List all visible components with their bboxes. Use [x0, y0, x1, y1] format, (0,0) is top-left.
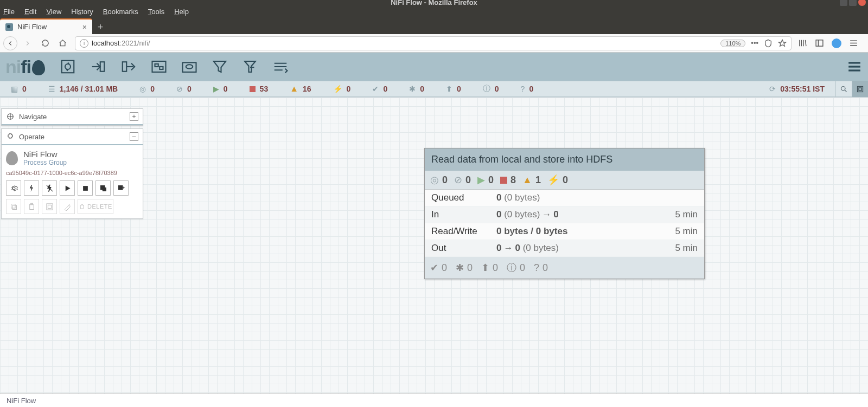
funnel-tool[interactable]: [208, 56, 232, 77]
status-invalid: ▲16: [279, 84, 322, 94]
url-path: /nifi/: [137, 39, 150, 47]
firefox-menu-icon[interactable]: [849, 38, 858, 48]
breadcrumb-root[interactable]: NiFi Flow: [7, 397, 36, 405]
threads-icon: ▦: [11, 85, 18, 93]
menu-edit[interactable]: Edit: [24, 8, 36, 16]
svg-rect-24: [48, 205, 51, 208]
maximize-icon[interactable]: [849, 0, 857, 6]
reload-button[interactable]: [38, 36, 52, 50]
window-titlebar: NiFi Flow - Mozilla Firefox: [0, 0, 868, 4]
svg-rect-7: [159, 67, 163, 69]
warning-icon: ▲: [290, 84, 298, 94]
row-queued: Queued 0 (0 bytes): [425, 190, 704, 206]
row-in: In 0 (0 bytes)→0 5 min: [425, 206, 704, 223]
operate-component-id: ca95049c-0177-1000-ec6c-a99e78f70389: [6, 170, 138, 176]
minimize-icon[interactable]: [840, 0, 847, 6]
process-group-icon: [6, 151, 18, 165]
process-group-title: Read data from local and store into HDFS: [425, 148, 704, 171]
status-stopped: 53: [239, 85, 279, 93]
new-tab-button[interactable]: +: [92, 20, 108, 34]
breadcrumb-bar: NiFi Flow: [0, 393, 868, 407]
label-tool[interactable]: [269, 56, 292, 77]
sidebar-icon[interactable]: [815, 38, 824, 48]
operate-panel: Operate – NiFi Flow Process Group ca9504…: [1, 128, 143, 219]
page-actions-icon[interactable]: •••: [751, 39, 758, 47]
status-uptodate: ✔0: [361, 85, 398, 93]
zoom-level[interactable]: 110%: [720, 40, 745, 47]
info-icon: ⓘ: [483, 84, 490, 94]
process-group-tool[interactable]: [147, 56, 171, 77]
close-window-icon[interactable]: [858, 0, 866, 6]
extension-icon[interactable]: [832, 38, 841, 48]
tab-label: NiFi Flow: [17, 23, 47, 31]
transmitting-icon: ◎: [430, 174, 439, 186]
queued-icon: ☰: [48, 85, 55, 93]
home-button[interactable]: [55, 36, 69, 50]
status-sync-failure: ⓘ0: [472, 84, 510, 94]
operate-component-name: NiFi Flow: [23, 150, 67, 159]
back-button[interactable]: [3, 36, 17, 50]
search-button[interactable]: [835, 81, 852, 97]
menu-view[interactable]: View: [46, 8, 61, 16]
not-transmitting-icon: ⊘: [454, 174, 462, 186]
template-tool[interactable]: [238, 56, 262, 77]
bookmark-star-icon[interactable]: [778, 39, 787, 48]
warning-icon: ▲: [522, 175, 532, 186]
svg-rect-8: [183, 63, 196, 73]
svg-rect-14: [859, 88, 861, 91]
status-refresh: ⟳03:55:51 IST: [758, 85, 835, 93]
menu-file[interactable]: FFileile: [3, 8, 15, 16]
transmitting-icon: ◎: [139, 85, 146, 93]
disabled-icon: ⚡: [333, 85, 342, 93]
question-icon: ?: [534, 262, 539, 274]
svg-rect-20: [12, 205, 17, 210]
url-input[interactable]: i localhost:2021/nifi/ 110% •••: [75, 36, 792, 50]
close-tab-icon[interactable]: ×: [82, 23, 87, 31]
processor-tool[interactable]: [56, 56, 80, 77]
svg-rect-10: [848, 66, 860, 67]
window-title: NiFi Flow - Mozilla Firefox: [391, 0, 477, 7]
nifi-logo: nifi: [5, 56, 45, 77]
menu-tools[interactable]: Tools: [148, 8, 164, 16]
info-icon: ⓘ: [507, 261, 516, 274]
forward-button: [21, 36, 35, 50]
menu-history[interactable]: History: [71, 8, 93, 16]
tracking-shield-icon[interactable]: [764, 39, 773, 48]
status-stale: ⬆0: [435, 85, 472, 93]
tab-nifi-flow[interactable]: NiFi Flow ×: [0, 18, 92, 34]
menu-bookmarks[interactable]: Bookmarks: [103, 8, 138, 16]
disable-button[interactable]: [42, 180, 57, 196]
url-toolbar: i localhost:2021/nifi/ 110% •••: [0, 34, 868, 53]
menu-help[interactable]: Help: [174, 8, 189, 16]
output-port-tool[interactable]: [117, 56, 141, 77]
remote-group-tool[interactable]: [177, 56, 201, 77]
bulletin-button[interactable]: [852, 81, 868, 97]
status-disabled: ⚡0: [322, 85, 362, 93]
stop-button[interactable]: [78, 180, 93, 196]
nifi-favicon: [5, 23, 13, 31]
create-template-button[interactable]: [95, 180, 111, 196]
svg-rect-23: [46, 203, 52, 209]
browser-tools: [792, 38, 865, 48]
upload-template-button[interactable]: [113, 180, 129, 196]
tab-strip: NiFi Flow × +: [0, 18, 868, 34]
site-info-icon[interactable]: i: [80, 39, 88, 48]
global-menu-icon[interactable]: [846, 60, 863, 74]
svg-rect-0: [816, 40, 823, 46]
svg-rect-19: [11, 204, 15, 208]
enable-button[interactable]: [24, 180, 39, 196]
status-unknown: ?0: [510, 85, 545, 93]
svg-rect-4: [123, 62, 127, 72]
navigate-panel: Navigate +: [1, 108, 143, 126]
up-arrow-icon: ⬆: [481, 262, 489, 274]
process-group-card[interactable]: Read data from local and store into HDFS…: [424, 148, 705, 279]
svg-rect-9: [848, 62, 860, 63]
color-button: [60, 199, 75, 214]
start-button[interactable]: [60, 180, 75, 196]
configure-button[interactable]: [6, 180, 21, 196]
operate-collapse-icon[interactable]: –: [130, 132, 138, 141]
library-icon[interactable]: [798, 38, 807, 48]
input-port-tool[interactable]: [86, 56, 110, 77]
navigate-expand-icon[interactable]: +: [130, 112, 138, 121]
row-read-write: Read/Write 0 bytes / 0 bytes 5 min: [425, 223, 704, 240]
